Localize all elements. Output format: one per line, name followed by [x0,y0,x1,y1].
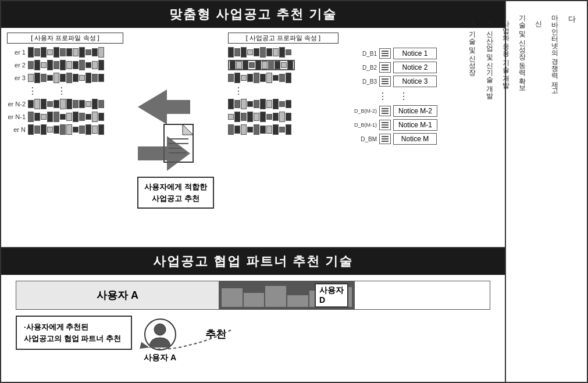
notice-row-3: D_B3 Notice 3 [349,76,437,87]
notice-box-3: Notice 3 [393,76,437,87]
top-section: 맞춤형 사업공고 추천 기술 [ 사용자 프로파일 속성 ] er 1 [1,1,505,248]
user-bar-n2 [28,99,104,109]
notice-list: D_B1 Notice 1 D_B2 Notice 2 [349,33,437,242]
notice-box-m1: Notice M-1 [393,119,437,131]
notice-row-2: D_B2 Notice 2 [349,62,437,73]
user-row-n1: er N-1 [7,112,123,122]
notice-row-1: D_B1 Notice 1 [349,48,437,59]
user-id-3: er 3 [7,74,26,81]
biz-row-3 [228,73,338,83]
collab-user-badge: 사용자D [315,283,348,307]
biz-bar-3 [228,73,291,83]
bottom-lower: ·사용자에게 추천된사업공고의 협업 파트너 추천 [10,316,496,363]
user-row-1: er 1 [7,47,123,58]
user-id-n: er N [7,126,26,133]
notice-row-m1: D_B(M-1) Notice M-1 [349,119,437,131]
business-profiles-label: [ 사업공고 프로파일 속성 ] [228,33,338,44]
person-area: 사용자 A [144,318,176,363]
notice-icon-m2 [379,106,391,116]
user-bar-n [28,124,104,135]
top-section-title: 맞춤형 사업공고 추천 기술 [1,1,505,28]
notice-id-m1: D_B(M-1) [349,122,377,128]
notice-id-2: D_B2 [349,65,377,71]
notice-box-2: Notice 2 [393,62,437,73]
section-content: [ 사용자 프로파일 속성 ] er 1 er 2 [1,28,505,247]
right-area: [ 사업공고 프로파일 속성 ] [228,33,499,242]
side-bullets: • 신산업 및 신기술 개발 • 기술 및 신성장 [465,22,497,373]
notice-row-m: D_BM Notice M [349,133,437,145]
user-row-n: er N [7,124,123,135]
biz-bar-m [228,124,291,135]
doc-label: 사용자에게 적합한사업공고 추천 [137,177,214,209]
user-id-n1: er N-1 [7,113,26,120]
business-profiles: [ 사업공고 프로파일 속성 ] [228,33,338,242]
notice-id-m2: D_B(M-2) [349,108,377,114]
diagram-arrows [135,66,216,194]
notice-icon-2 [379,62,391,73]
biz-bar-2 [228,60,295,70]
notice-id-m: D_BM [349,136,377,142]
user-id-2: er 2 [7,62,26,69]
recommend-box: ·사용자에게 추천된사업공고의 협업 파트너 추천 [16,316,132,350]
notice-icon-3 [379,76,391,87]
biz-row-2 [228,60,338,70]
biz-row-m2 [228,99,338,109]
notice-icon-m [379,134,391,144]
notice-row-m2: D_B(M-2) Notice M-2 [349,105,437,117]
user-bar-3 [28,73,104,83]
side-panel-text: 다 마바인터넷의 경쟁력 제고 신 기술 및 신성장 동력 확보 사업화 응용 … [511,7,582,376]
user-id-1: er 1 [7,49,26,56]
biz-bar-m2 [228,99,291,109]
notice-mid-dots: ⋮ ⋮ [349,90,437,103]
notice-box-m2: Notice M-2 [393,105,437,117]
bottom-section-title: 사업공고 협업 파트너 추천 기술 [1,248,505,275]
biz-row-1 [228,47,338,58]
user-bar-n1 [28,112,104,122]
user-dots: ⋮ ⋮ [7,85,123,96]
user-profiles-label: [ 사용자 프로파일 속성 ] [7,33,123,44]
user-bar-2 [28,60,104,70]
notice-icon-1 [379,48,391,59]
bottom-content: 사용자 A 사용자D [1,275,505,382]
notice-icon-m1 [379,120,391,130]
main-content: 맞춤형 사업공고 추천 기술 [ 사용자 프로파일 속성 ] er 1 [0,0,506,383]
collab-user-a: 사용자 A [16,281,219,309]
user-bar-1 [28,47,104,58]
biz-row-m1 [228,112,338,122]
biz-row-m [228,124,338,135]
user-profiles: [ 사용자 프로파일 속성 ] er 1 er 2 [7,33,123,242]
recommend-arrow [132,321,237,356]
svg-marker-2 [138,90,190,124]
notice-box-1: Notice 1 [393,48,437,59]
middle-area: 사용자에게 적합한사업공고 추천 [129,33,222,242]
user-row-3: er 3 [7,73,123,83]
biz-bar-1 [228,47,291,58]
notice-box-m: Notice M [393,133,437,145]
user-id-n2: er N-2 [7,101,26,108]
biz-dots: ⋮ [228,85,338,96]
collab-user-b-area: 사용자D [219,281,354,309]
biz-bar-m1 [228,112,291,122]
user-row-2: er 2 [7,60,123,70]
side-panel: 다 마바인터넷의 경쟁력 제고 신 기술 및 신성장 동력 확보 사업화 응용 … [506,0,588,383]
bottom-section: 사업공고 협업 파트너 추천 기술 사용자 A [1,248,505,382]
notice-id-3: D_B3 [349,78,377,85]
user-row-n2: er N-2 [7,99,123,109]
collab-bar: 사용자 A 사용자D [16,281,490,310]
notice-id-1: D_B1 [349,51,377,57]
